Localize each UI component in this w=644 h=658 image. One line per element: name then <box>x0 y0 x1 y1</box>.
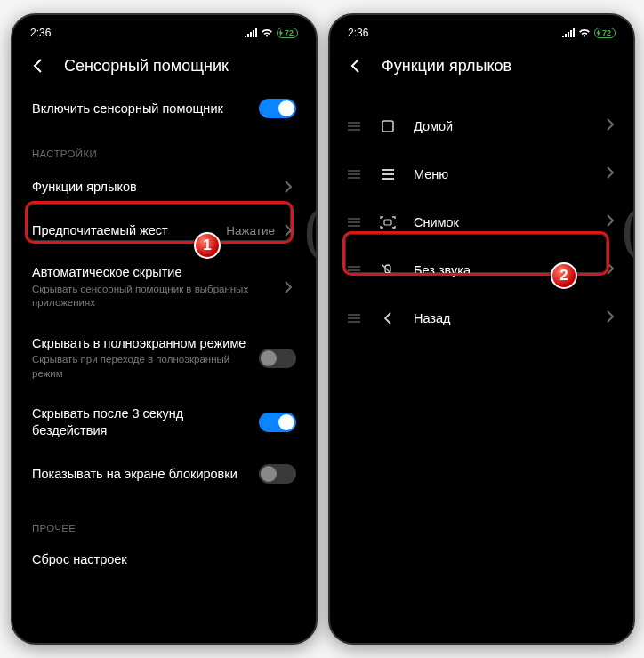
shortcut-list: Домой Меню Снимок Без звука <box>335 86 628 638</box>
shortcut-label: Назад <box>414 311 591 325</box>
phone-left: 2:36 72 Сенсорный помощник <box>11 13 318 645</box>
mute-icon <box>378 263 398 277</box>
wifi-icon <box>578 28 591 37</box>
auto-hide-sub: Скрывать сенсорный помощник в выбранных … <box>32 283 280 310</box>
show-on-lock-row[interactable]: Показывать на экране блокировки <box>18 452 310 496</box>
chevron-right-icon <box>607 166 614 182</box>
shortcut-label: Домой <box>414 119 591 133</box>
shortcut-functions-label: Функции ярлыков <box>32 179 280 196</box>
enable-label: Включить сенсорный помощник <box>32 100 259 117</box>
callout-1: 1 <box>194 232 221 259</box>
screen-right: 2:36 72 Функции ярлыков <box>335 20 628 638</box>
status-indicators: 72 <box>245 28 298 38</box>
page-title: Функции ярлыков <box>382 57 511 76</box>
shortcut-row-mute[interactable]: Без звука <box>335 246 628 294</box>
shortcut-row-home[interactable]: Домой <box>335 102 628 150</box>
home-icon <box>378 119 398 133</box>
header: Сенсорный помощник <box>18 45 310 86</box>
hide-fullscreen-toggle[interactable] <box>259 349 296 368</box>
status-bar: 2:36 72 <box>335 20 628 45</box>
signal-icon <box>562 28 575 37</box>
drag-handle-icon[interactable] <box>346 314 362 323</box>
status-time: 2:36 <box>348 27 368 39</box>
chevron-right-icon <box>607 118 614 134</box>
page-title: Сенсорный помощник <box>64 57 229 76</box>
battery-indicator: 72 <box>277 28 298 38</box>
svg-rect-0 <box>382 121 393 132</box>
drag-handle-icon[interactable] <box>346 266 362 275</box>
header: Функции ярлыков <box>335 45 628 86</box>
wifi-icon <box>261 28 273 37</box>
enable-toggle[interactable] <box>259 99 296 118</box>
battery-indicator: 72 <box>594 28 616 38</box>
auto-hide-label: Автоматическое скрытие <box>32 264 280 281</box>
drag-handle-icon[interactable] <box>346 170 362 179</box>
chevron-right-icon <box>280 281 296 293</box>
show-on-lock-toggle[interactable] <box>259 464 296 484</box>
drag-handle-icon[interactable] <box>346 218 362 227</box>
enable-touch-assistant-row[interactable]: Включить сенсорный помощник <box>18 86 310 131</box>
show-on-lock-label: Показывать на экране блокировки <box>32 466 259 483</box>
chevron-right-icon <box>280 181 296 193</box>
svg-rect-1 <box>384 220 391 225</box>
shortcut-label: Снимок <box>414 215 591 229</box>
phone-right: 2:36 72 Функции ярлыков <box>328 13 635 645</box>
shortcut-functions-row[interactable]: Функции ярлыков <box>18 164 310 210</box>
menu-icon <box>378 169 398 180</box>
callout-2: 2 <box>551 262 577 289</box>
screenshot-icon <box>378 216 398 229</box>
preferred-gesture-value: Нажатие <box>226 224 275 237</box>
back-icon <box>378 311 398 325</box>
shortcut-label: Меню <box>414 167 591 181</box>
reset-label: Сброс настроек <box>32 551 296 568</box>
hide-after-3s-label: Скрывать после 3 секунд бездействия <box>32 405 259 439</box>
shortcut-row-back[interactable]: Назад <box>335 294 628 342</box>
hide-fullscreen-sub: Скрывать при переходе в полноэкранный ре… <box>32 353 259 381</box>
status-indicators: 72 <box>562 28 616 38</box>
back-button[interactable] <box>27 53 52 78</box>
decorative-paren: ( <box>622 193 635 264</box>
signal-icon <box>245 28 257 37</box>
chevron-right-icon <box>607 214 614 230</box>
reset-settings-row[interactable]: Сброс настроек <box>18 539 310 572</box>
chevron-right-icon <box>607 262 614 278</box>
status-bar: 2:36 72 <box>18 20 310 45</box>
chevron-right-icon <box>607 310 614 326</box>
decorative-paren: ( <box>304 193 318 264</box>
battery-percent: 72 <box>285 28 294 37</box>
status-time: 2:36 <box>30 27 51 39</box>
hide-fullscreen-row[interactable]: Скрывать в полноэкранном режиме Скрывать… <box>18 323 310 394</box>
auto-hide-row[interactable]: Автоматическое скрытие Скрывать сенсорны… <box>18 252 310 323</box>
section-other: ПРОЧЕЕ <box>18 496 310 539</box>
hide-after-3s-toggle[interactable] <box>259 413 296 432</box>
shortcut-row-menu[interactable]: Меню <box>335 150 628 198</box>
hide-fullscreen-label: Скрывать в полноэкранном режиме <box>32 335 259 352</box>
back-button[interactable] <box>344 53 369 78</box>
hide-after-3s-row[interactable]: Скрывать после 3 секунд бездействия <box>18 393 310 452</box>
section-settings: НАСТРОЙКИ <box>18 131 310 164</box>
drag-handle-icon[interactable] <box>346 122 362 131</box>
chevron-right-icon <box>280 224 296 237</box>
battery-percent: 72 <box>602 28 611 37</box>
preferred-gesture-row[interactable]: Предпочитаемый жест Нажатие <box>18 210 310 252</box>
shortcut-row-screenshot[interactable]: Снимок <box>335 198 628 246</box>
screen-left: 2:36 72 Сенсорный помощник <box>18 20 310 638</box>
settings-list: Включить сенсорный помощник НАСТРОЙКИ Фу… <box>18 86 310 638</box>
